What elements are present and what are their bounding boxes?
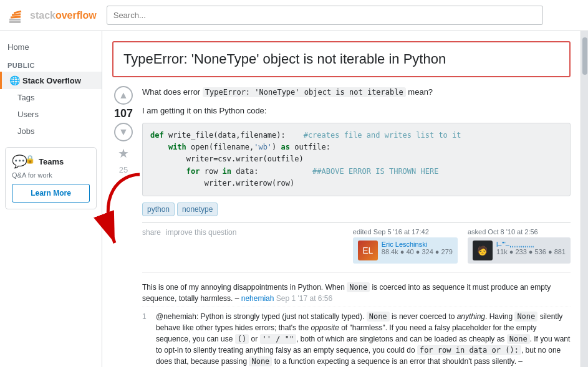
svg-rect-3 bbox=[12, 13, 21, 16]
sidebar-item-users[interactable]: Users bbox=[0, 106, 102, 123]
scrollbar-thumb[interactable] bbox=[582, 37, 587, 75]
tag-python[interactable]: python bbox=[142, 203, 175, 216]
sidebar: Home PUBLIC 🌐 Stack Overflow Tags Users … bbox=[0, 31, 102, 367]
learn-more-button[interactable]: Learn More bbox=[12, 184, 90, 203]
svg-rect-1 bbox=[9, 19, 21, 21]
teams-subtitle: Q&A for work bbox=[12, 171, 90, 179]
fav-count: 25 bbox=[119, 165, 128, 174]
teams-lock-icon: 🔒 bbox=[25, 155, 35, 164]
comment-user-nehemiah[interactable]: nehemiah bbox=[241, 294, 274, 303]
stackoverflow-logo-icon bbox=[7, 6, 26, 25]
sidebar-section-public: PUBLIC bbox=[0, 55, 102, 72]
search-input[interactable] bbox=[107, 6, 543, 25]
meta-area: share improve this question edited Sep 5… bbox=[142, 222, 571, 264]
scrollbar[interactable] bbox=[581, 31, 588, 367]
comment-number: 1 bbox=[142, 311, 151, 367]
downvote-button[interactable]: ▼ bbox=[114, 123, 133, 141]
code-block: def write_file(data,filename): #creates … bbox=[142, 123, 571, 196]
vote-area: ▲ 107 ▼ ★ 25 bbox=[112, 86, 135, 367]
question-body-line1: What does error TypeError: 'NoneType' ob… bbox=[142, 86, 571, 98]
numbered-comment-1: 1 @nehemiah: Python is strongly typed (j… bbox=[142, 307, 571, 367]
sidebar-item-jobs[interactable]: Jobs bbox=[0, 123, 102, 140]
asker-name[interactable]: l–'''–,,,,,,,,,,,,, bbox=[496, 241, 566, 248]
edited-date: Sep 5 '16 at 17:42 bbox=[374, 228, 429, 236]
svg-rect-0 bbox=[9, 21, 21, 23]
comment-1: This is one of my annoying disappointmen… bbox=[142, 279, 571, 307]
improve-link[interactable]: improve this question bbox=[166, 228, 236, 237]
teams-title: Teams bbox=[39, 157, 64, 166]
vote-count: 107 bbox=[114, 107, 133, 120]
asked-card: asked Oct 8 '10 at 2:56 🧑 l–'''–,,,,,,,,… bbox=[468, 228, 571, 264]
teams-header: 💬 🔒 Teams bbox=[12, 154, 90, 169]
share-link[interactable]: share bbox=[142, 228, 161, 237]
sidebar-item-tags[interactable]: Tags bbox=[0, 89, 102, 106]
question-title: TypeError: 'NoneType' object is not iter… bbox=[123, 51, 559, 67]
svg-rect-2 bbox=[11, 16, 21, 18]
asked-date: Oct 8 '10 at 2:56 bbox=[488, 228, 537, 236]
layout: Home PUBLIC 🌐 Stack Overflow Tags Users … bbox=[0, 31, 588, 367]
comment-time-1: Sep 1 '17 at 6:56 bbox=[276, 294, 332, 303]
question-body-line2: I am getting it on this Python code: bbox=[142, 105, 571, 117]
inline-code-1: TypeError: 'NoneType' object is not iter… bbox=[203, 87, 406, 97]
comment-section: This is one of my annoying disappointmen… bbox=[142, 272, 571, 367]
asked-user-card: 🧑 l–'''–,,,,,,,,,,,,, 11k ● 233 ● 536 ● … bbox=[468, 237, 571, 264]
upvote-button[interactable]: ▲ bbox=[114, 86, 133, 105]
globe-icon: 🌐 bbox=[9, 75, 20, 85]
edited-card: edited Sep 5 '16 at 17:42 EL Eric Leschi… bbox=[353, 228, 458, 264]
editor-avatar: EL bbox=[358, 241, 378, 260]
asker-avatar: 🧑 bbox=[473, 241, 493, 260]
teams-box: 💬 🔒 Teams Q&A for work Learn More bbox=[5, 147, 97, 209]
sidebar-item-home[interactable]: Home bbox=[0, 39, 102, 55]
sidebar-item-stackoverflow[interactable]: 🌐 Stack Overflow bbox=[0, 72, 102, 89]
comment-inline-code: None bbox=[347, 282, 370, 292]
logo-text: stackoverflow bbox=[30, 10, 97, 21]
favorite-button[interactable]: ★ bbox=[114, 144, 133, 163]
tags-area: python nonetype bbox=[142, 203, 571, 216]
logo[interactable]: stackoverflow bbox=[7, 6, 97, 25]
edited-user-card: EL Eric Leschinski 88.4k ● 40 ● 324 ● 27… bbox=[353, 237, 458, 264]
editor-rep: 88.4k ● 40 ● 324 ● 279 bbox=[382, 248, 453, 255]
asker-rep: 11k ● 233 ● 536 ● 881 bbox=[496, 248, 566, 255]
header: stackoverflow bbox=[0, 0, 588, 31]
question-content: What does error TypeError: 'NoneType' ob… bbox=[142, 86, 571, 367]
search-box bbox=[107, 6, 543, 25]
meta-links: share improve this question bbox=[142, 228, 236, 237]
question-title-box: TypeError: 'NoneType' object is not iter… bbox=[112, 41, 571, 77]
editor-name[interactable]: Eric Leschinski bbox=[382, 241, 453, 248]
question-area: ▲ 107 ▼ ★ 25 What does error TypeError: … bbox=[112, 86, 571, 367]
main-content: TypeError: 'NoneType' object is not iter… bbox=[102, 31, 581, 367]
tag-nonetype[interactable]: nonetype bbox=[177, 203, 218, 216]
